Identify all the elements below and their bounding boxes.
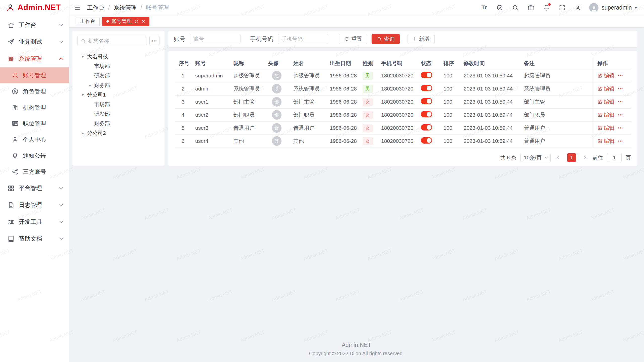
tree-node[interactable]: 研发部 (77, 71, 159, 80)
sidebar-item-help[interactable]: 帮助文档 (0, 230, 69, 247)
status-toggle[interactable] (421, 85, 432, 91)
logo[interactable]: Admin.NET (0, 0, 69, 15)
user-circle-icon (12, 88, 19, 95)
gender-badge: 女 (363, 137, 373, 145)
document-icon (8, 202, 15, 209)
edit-button[interactable]: 编辑 (597, 124, 615, 131)
sidebar-item-workbench[interactable]: 工作台 (0, 17, 69, 33)
gift-icon[interactable] (527, 4, 535, 12)
book-icon (8, 235, 15, 242)
bell-icon[interactable] (542, 4, 550, 12)
sidebar-item-label: 工作台 (19, 21, 60, 29)
page-size-select[interactable]: 10条/页 (520, 153, 551, 162)
edit-button[interactable]: 编辑 (597, 85, 615, 92)
edit-icon (597, 139, 602, 144)
font-size-icon[interactable]: Tr (480, 4, 488, 12)
next-page-button[interactable] (580, 153, 588, 162)
profile-icon[interactable] (574, 4, 582, 12)
org-search-input[interactable] (88, 38, 143, 44)
goto-page-input[interactable] (607, 153, 622, 162)
tree-node[interactable]: 研发部 (77, 109, 159, 119)
page-number-current[interactable]: 1 (567, 153, 576, 162)
sidebar-item-logs[interactable]: 日志管理 (0, 197, 69, 213)
layout-config-icon[interactable] (496, 4, 504, 12)
status-toggle[interactable] (421, 137, 432, 144)
sidebar-item-position-mgmt[interactable]: 职位管理 (0, 115, 69, 131)
goto-label: 前往 (592, 154, 603, 161)
hamburger-menu-button[interactable] (73, 4, 82, 12)
active-tab-dot (106, 20, 109, 23)
id-card-icon (12, 120, 19, 127)
sidebar-item-notice[interactable]: 通知公告 (0, 148, 69, 164)
phone-input[interactable] (278, 34, 328, 44)
tree-node[interactable]: 财务部 (77, 119, 159, 128)
cell-time: 2023-01-03 10:59:44 (460, 82, 520, 95)
org-tree-panel: ••• ▾ 大名科技 市场部 研发部 (72, 31, 165, 166)
close-icon[interactable]: × (142, 18, 145, 24)
sidebar-item-devtools[interactable]: 开发工具 (0, 213, 69, 230)
breadcrumb-separator: / (140, 4, 142, 11)
edit-button[interactable]: 编辑 (597, 98, 615, 105)
status-toggle[interactable] (421, 124, 432, 130)
column-header: 姓名 (289, 58, 326, 69)
sidebar-item-third-account[interactable]: 三方账号 (0, 164, 69, 180)
add-button[interactable]: + 新增 (408, 34, 435, 44)
edit-button[interactable]: 编辑 (597, 111, 615, 118)
tree-node[interactable]: 市场部 (77, 61, 159, 71)
fullscreen-icon[interactable] (558, 4, 566, 12)
status-toggle[interactable] (421, 98, 432, 104)
breadcrumb-item[interactable]: 工作台 (87, 4, 104, 12)
cell-nickname: 部门职员 (229, 108, 264, 121)
tree-node[interactable]: ▸ 分公司2 (77, 128, 159, 138)
reset-button[interactable]: 重置 (339, 34, 367, 44)
row-more-button[interactable]: ••• (618, 87, 623, 91)
tab-account-mgmt[interactable]: 账号管理 × (102, 17, 149, 26)
account-input[interactable] (190, 34, 240, 44)
sidebar-item-personal-center[interactable]: 个人中心 (0, 131, 69, 148)
cell-time: 2023-01-03 10:59:44 (460, 95, 520, 108)
cell-no: 3 (175, 95, 191, 108)
search-icon[interactable] (511, 4, 519, 12)
status-toggle[interactable] (421, 111, 432, 117)
row-more-button[interactable]: ••• (618, 74, 623, 78)
tree-node[interactable]: ▸ 财务部 (77, 80, 159, 90)
row-more-button[interactable]: ••• (618, 100, 623, 104)
row-more-button[interactable]: ••• (618, 126, 623, 130)
sidebar-item-label: 开发工具 (19, 218, 60, 226)
app-root: Admin.NET 工作台 业务测试 系统管理 账号管理 (0, 0, 644, 362)
refresh-icon[interactable] (134, 19, 139, 24)
edit-button[interactable]: 编辑 (597, 138, 615, 145)
cell-remark: 普通用户 (520, 134, 593, 148)
phone-label: 手机号码 (250, 35, 273, 43)
row-more-button[interactable]: ••• (618, 139, 623, 143)
query-bar: 账号 手机号码 重置 查询 + 新增 (168, 31, 637, 47)
org-tree: ▾ 大名科技 市场部 研发部 ▸ 财务部 (77, 52, 159, 138)
tree-node[interactable]: 市场部 (77, 100, 159, 109)
row-more-button[interactable]: ••• (618, 113, 623, 117)
system-submenu: 账号管理 角色管理 机构管理 职位管理 个人中心 (0, 67, 69, 180)
sidebar-item-account-mgmt[interactable]: 账号管理 (0, 67, 69, 83)
sidebar-item-label: 账号管理 (23, 71, 63, 79)
status-toggle[interactable] (421, 72, 432, 78)
sidebar-item-org-mgmt[interactable]: 机构管理 (0, 99, 69, 115)
sidebar-item-role-mgmt[interactable]: 角色管理 (0, 83, 69, 99)
chevron-down-icon (59, 186, 63, 190)
user-menu[interactable]: superadmin ▾ (589, 3, 637, 12)
search-button[interactable]: 查询 (372, 34, 400, 44)
tree-node[interactable]: ▾ 分公司1 (77, 90, 159, 100)
tab-workbench[interactable]: 工作台 (76, 17, 100, 26)
prev-page-button[interactable] (555, 153, 563, 162)
cell-phone: 18020030720 (377, 69, 417, 82)
edit-button[interactable]: 编辑 (597, 72, 615, 79)
column-header: 账号 (191, 58, 229, 69)
sidebar-item-business-test[interactable]: 业务测试 (0, 33, 69, 50)
cell-nickname: 超级管理员 (229, 69, 264, 82)
sidebar-item-system[interactable]: 系统管理 (0, 50, 69, 67)
cell-name: 其他 (289, 134, 326, 148)
tree-node[interactable]: ▾ 大名科技 (77, 52, 159, 61)
avatar: 系 (272, 84, 281, 94)
tabs-bar: 工作台 账号管理 × (69, 15, 644, 27)
breadcrumb-item[interactable]: 系统管理 (113, 4, 137, 12)
org-more-button[interactable]: ••• (149, 36, 159, 46)
sidebar-item-platform[interactable]: 平台管理 (0, 180, 69, 197)
